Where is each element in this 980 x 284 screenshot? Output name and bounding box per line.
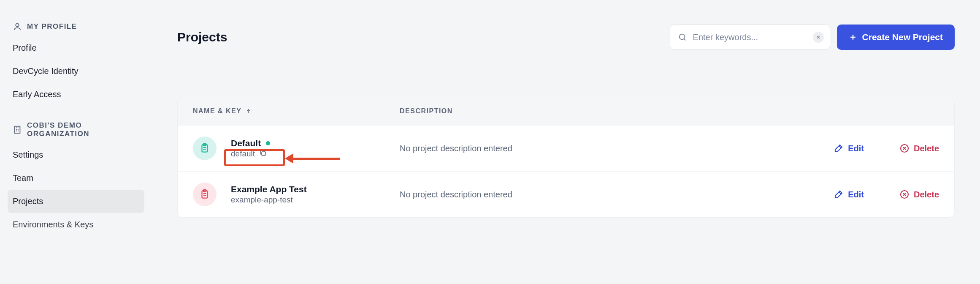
close-icon bbox=[816, 35, 821, 40]
page-title: Projects bbox=[177, 30, 227, 44]
svg-point-0 bbox=[16, 24, 19, 27]
edit-label: Edit bbox=[848, 144, 864, 153]
sidebar-item-team[interactable]: Team bbox=[8, 167, 144, 190]
delete-icon bbox=[899, 143, 910, 153]
sidebar-item-early-access[interactable]: Early Access bbox=[8, 83, 144, 106]
row-name-cell: Example App Test example-app-test bbox=[193, 183, 400, 206]
search-input[interactable] bbox=[693, 33, 807, 42]
copy-key-button[interactable] bbox=[259, 149, 267, 159]
sidebar-item-settings[interactable]: Settings bbox=[8, 143, 144, 167]
sidebar-header-profile: MY PROFILE bbox=[8, 17, 144, 36]
table-row[interactable]: Example App Test example-app-test No pro… bbox=[178, 171, 954, 217]
clipboard-icon bbox=[199, 143, 210, 154]
row-name-cell: Default default bbox=[193, 137, 400, 160]
sidebar-item-profile[interactable]: Profile bbox=[8, 36, 144, 60]
delete-button[interactable]: Delete bbox=[899, 143, 939, 153]
status-dot-icon bbox=[266, 141, 270, 145]
table-header: NAME & KEY DESCRIPTION bbox=[178, 97, 954, 125]
edit-button[interactable]: Edit bbox=[834, 189, 864, 199]
col-header-name[interactable]: NAME & KEY bbox=[193, 107, 400, 115]
col-header-description: DESCRIPTION bbox=[400, 107, 770, 115]
edit-button[interactable]: Edit bbox=[834, 143, 864, 153]
sidebar-header-org: COBI'S DEMO ORGANIZATION bbox=[8, 116, 144, 143]
user-icon bbox=[13, 22, 22, 31]
sidebar-header-org-label: COBI'S DEMO ORGANIZATION bbox=[27, 121, 139, 138]
delete-button[interactable]: Delete bbox=[899, 189, 939, 199]
plus-icon bbox=[849, 33, 857, 41]
search-field[interactable] bbox=[670, 25, 830, 50]
project-icon bbox=[193, 137, 217, 160]
annotation-arrow bbox=[285, 153, 340, 164]
col-header-name-label: NAME & KEY bbox=[193, 107, 241, 115]
project-description: No project description entered bbox=[400, 190, 770, 199]
edit-icon bbox=[834, 189, 844, 199]
svg-rect-1 bbox=[15, 126, 20, 134]
sidebar-item-environments-keys[interactable]: Environments & Keys bbox=[8, 213, 144, 236]
edit-icon bbox=[834, 143, 844, 153]
project-name: Example App Test bbox=[231, 184, 307, 194]
header-actions: Create New Project bbox=[670, 25, 955, 50]
svg-point-2 bbox=[679, 34, 685, 40]
edit-label: Edit bbox=[848, 190, 864, 199]
building-icon bbox=[13, 125, 22, 134]
sidebar-item-projects[interactable]: Projects bbox=[8, 190, 144, 213]
search-clear-button[interactable] bbox=[813, 32, 824, 43]
sidebar: MY PROFILE Profile DevCycle Identity Ear… bbox=[0, 0, 152, 284]
project-description: No project description entered bbox=[400, 144, 770, 153]
page-header: Projects Create New Project bbox=[177, 25, 955, 67]
table-row[interactable]: Default default bbox=[178, 125, 954, 171]
sidebar-header-profile-label: MY PROFILE bbox=[27, 22, 77, 31]
project-key: example-app-test bbox=[231, 195, 293, 205]
sidebar-item-devcycle-identity[interactable]: DevCycle Identity bbox=[8, 60, 144, 83]
main-content: Projects Create New Project NAME & bbox=[152, 0, 980, 284]
project-key: default bbox=[231, 149, 255, 158]
copy-icon bbox=[259, 149, 267, 157]
create-project-button[interactable]: Create New Project bbox=[837, 25, 955, 50]
sort-asc-icon bbox=[246, 108, 252, 114]
project-icon bbox=[193, 183, 217, 206]
project-name: Default bbox=[231, 138, 261, 148]
svg-rect-5 bbox=[262, 152, 265, 156]
create-project-label: Create New Project bbox=[862, 32, 943, 42]
delete-label: Delete bbox=[914, 144, 939, 153]
projects-table: NAME & KEY DESCRIPTION Default bbox=[177, 97, 955, 218]
clipboard-icon bbox=[199, 189, 210, 200]
delete-label: Delete bbox=[914, 190, 939, 199]
delete-icon bbox=[899, 189, 910, 199]
search-icon bbox=[678, 33, 687, 42]
